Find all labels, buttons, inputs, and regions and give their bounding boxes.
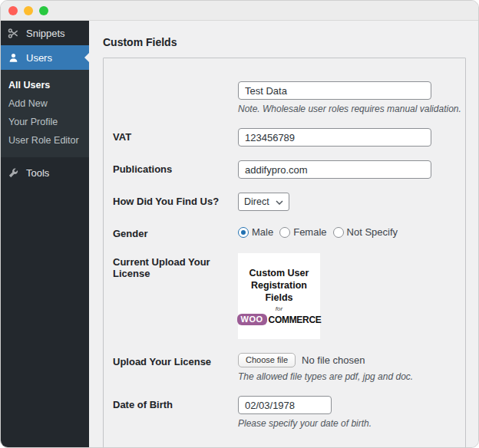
current-license-label: Current Upload Your License	[113, 253, 238, 279]
app-window: Snippets Users All Users Add New Your Pr…	[0, 0, 479, 448]
custom-fields-panel: Note. Wholesale user roles requires manu…	[103, 58, 466, 448]
gender-radio-group: Male Female Not Specify	[238, 225, 454, 238]
gender-label: Gender	[113, 225, 238, 239]
how-did-you-find-us-select[interactable]: Direct	[238, 193, 289, 211]
zoom-button[interactable]	[39, 6, 48, 15]
sidebar-item-snippets[interactable]: Snippets	[1, 21, 89, 45]
gender-radio-female[interactable]: Female	[279, 226, 326, 238]
license-image-for: for	[276, 305, 282, 312]
wholesale-input[interactable]	[238, 81, 431, 100]
sidebar-item-your-profile[interactable]: Your Profile	[1, 113, 89, 131]
gender-row: Gender Male Female Not Specify	[113, 225, 454, 239]
radio-icon	[238, 227, 249, 238]
woo-bubble-icon: WOO	[237, 314, 267, 325]
license-image-text: Custom User	[249, 267, 309, 279]
license-image: Custom User Registration Fields for WOO …	[238, 253, 320, 339]
sidebar-item-label: Snippets	[26, 28, 65, 39]
dob-input[interactable]	[238, 396, 332, 414]
field-label	[113, 81, 238, 84]
minimize-button[interactable]	[24, 6, 33, 15]
users-submenu: All Users Add New Your Profile User Role…	[1, 70, 89, 157]
vat-row: VAT	[113, 128, 454, 147]
admin-sidebar: Snippets Users All Users Add New Your Pr…	[1, 21, 89, 448]
sidebar-item-label: Users	[26, 52, 52, 64]
publications-label: Publications	[113, 160, 238, 175]
license-image-text: Registration Fields	[238, 279, 320, 305]
scissors-icon	[7, 27, 19, 39]
radio-icon	[333, 227, 344, 238]
dob-label: Date of Birth	[113, 396, 238, 410]
radio-label: Female	[293, 226, 326, 238]
vat-input[interactable]	[238, 128, 431, 147]
sidebar-item-all-users[interactable]: All Users	[1, 76, 89, 94]
source-row: How Did You Find Us? Direct	[113, 193, 454, 211]
file-status: No file chosen	[302, 354, 365, 366]
select-value: Direct	[244, 196, 269, 207]
vat-label: VAT	[113, 128, 238, 143]
publications-row: Publications	[113, 160, 454, 179]
radio-label: Not Specify	[347, 226, 398, 238]
sidebar-item-tools[interactable]: Tools	[1, 160, 89, 185]
sidebar-item-add-new[interactable]: Add New	[1, 94, 89, 113]
woocommerce-wordmark: COMMERCE	[269, 315, 322, 325]
upload-license-row: Upload Your License Choose file No file …	[113, 353, 454, 382]
titlebar	[1, 1, 478, 21]
upload-license-label: Upload Your License	[113, 353, 238, 367]
gender-radio-not-specify[interactable]: Not Specify	[333, 226, 398, 238]
publications-input[interactable]	[238, 160, 431, 179]
sidebar-item-users[interactable]: Users	[1, 45, 89, 70]
dob-note: Please specify your date of birth.	[238, 418, 454, 429]
radio-icon	[279, 227, 290, 238]
chevron-down-icon	[276, 196, 283, 207]
close-button[interactable]	[8, 6, 18, 15]
radio-label: Male	[252, 226, 273, 238]
current-license-row: Current Upload Your License Custom User …	[113, 253, 454, 339]
sidebar-item-label: Tools	[26, 167, 49, 179]
dob-row: Date of Birth Please specify your date o…	[113, 396, 454, 429]
traffic-lights	[8, 6, 48, 15]
wholesale-row: Note. Wholesale user roles requires manu…	[113, 81, 454, 114]
wholesale-note: Note. Wholesale user roles requires manu…	[238, 104, 461, 114]
choose-file-button[interactable]: Choose file	[238, 353, 296, 367]
main-content: Custom Fields Note. Wholesale user roles…	[89, 21, 478, 448]
wrench-icon	[7, 166, 19, 179]
gender-radio-male[interactable]: Male	[238, 226, 273, 238]
source-label: How Did You Find Us?	[113, 193, 238, 207]
sidebar-item-user-role-editor[interactable]: User Role Editor	[1, 131, 89, 150]
user-icon	[7, 51, 19, 64]
page-title: Custom Fields	[103, 36, 466, 48]
upload-license-note: The allowed file types are pdf, jpg and …	[238, 371, 454, 382]
woocommerce-logo: WOO COMMERCE	[237, 314, 322, 325]
